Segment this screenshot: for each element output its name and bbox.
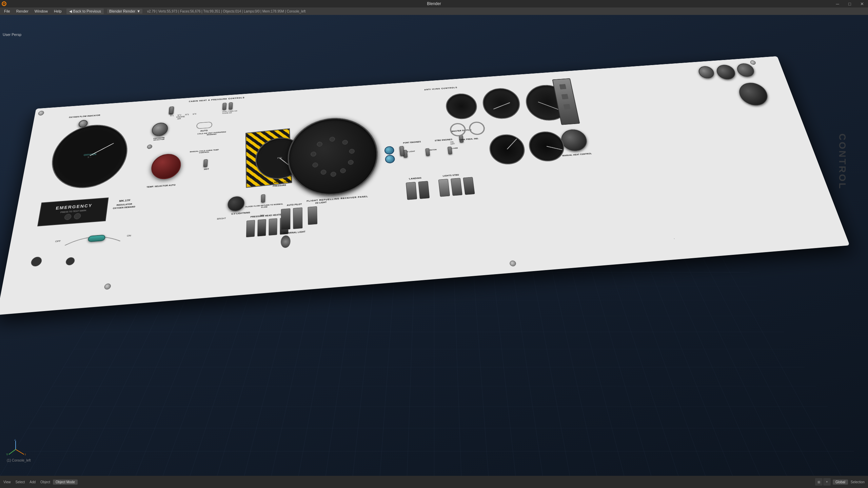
3d-viewport[interactable]: User Persp OXYGEN FLOW INDICATOR OXYGEN … [0,15,868,476]
snap-icon[interactable]: ⌖ [823,478,831,486]
hot-label: HOT [200,168,213,171]
help-menu[interactable]: Help [51,8,64,14]
off-label: OFF [55,240,61,243]
ext-light-knob [281,235,290,248]
press-test-label: PRESS TO TEST MARK [60,209,87,213]
port-starb-area: PORT CABIN AIR STARB AIR [222,102,237,114]
select-menu[interactable]: Select [14,480,27,485]
status-bar: View Select Add Object Object Mode ⊞ ⌖ G… [0,476,868,488]
gauge-far-1 [445,93,478,120]
tool-icons: ⊞ ⌖ Global Selection [815,478,867,486]
emergency-box: EMERGENCY PRESS TO TEST MARK [37,198,108,226]
axes-indicator: X Y Z [5,439,26,460]
render-engine-arrow: ▼ [137,9,140,13]
blue-knobs-area [383,144,411,168]
x-axis-label: X [25,453,26,456]
lever-knob-2 [561,94,569,99]
indicator-dot-1 [30,257,42,267]
ph-switch-2 [257,219,266,237]
svg-point-7 [340,168,346,173]
render-engine-selector[interactable]: Blender Render ▼ [107,9,142,14]
blue-knob-2 [385,155,395,163]
toggle-4 [169,106,174,114]
toggle-labels: N°1 N°2 ENGINE AIR N°3 N°4 [169,113,197,120]
lever-knob-1 [559,84,566,89]
window-menu[interactable]: Window [32,8,51,14]
window-controls: ─ □ ✕ [831,0,868,7]
on-label: ON [127,234,131,237]
y-axis-label: Y [6,453,8,456]
ph-switch-1 [246,220,255,237]
large-right-knob [736,82,771,106]
add-menu[interactable]: Add [27,480,38,485]
close-button[interactable]: ✕ [856,0,868,7]
manual-heat-label: MANUAL HEAT CONTROL [561,152,593,157]
title-bar: Blender ─ □ ✕ [0,0,868,7]
z-axis-label: Z [14,439,16,441]
id-switch [308,206,318,225]
right-gauge-2 [527,130,567,163]
emergency-btn-left [64,214,72,220]
back-to-previous-button[interactable]: ◀ Back to Previous [66,8,104,14]
bright-label: BRIGHT [217,217,226,220]
oxygen-flow-label: OXYGEN FLOW INDICATOR [68,114,100,118]
blender-logo [1,1,7,6]
port-toggle [222,103,226,110]
object-menu[interactable]: Object [38,480,52,485]
window-title: Blender [427,1,441,6]
external-light-label: EXTERNAL LIGHT [281,230,308,235]
menu-bar: File Render Window Help ◀ Back to Previo… [0,7,868,15]
main-dial [288,115,380,198]
svg-point-11 [311,152,316,157]
stats-display: v2.79 | Verts:55,973 | Faces:56,676 | Tr… [147,9,305,13]
svg-point-6 [348,160,354,165]
gauge-needle-1 [507,139,517,149]
svg-point-8 [331,172,336,177]
svg-line-14 [9,449,16,454]
render-menu[interactable]: Render [14,8,31,14]
console-label: (1) Console_left [7,459,31,462]
file-menu[interactable]: File [1,8,13,14]
global-mode[interactable]: Global [833,480,848,485]
flood-label: FLOOD FLOW RETURN TO NORMAL FLOW [244,203,284,210]
view-menu[interactable]: View [1,480,13,485]
screw-1 [147,144,152,149]
corner-screw-tl [38,110,44,116]
svg-point-3 [330,137,335,142]
off-on-switch-area: OFF ON [54,228,132,249]
temp-selector-label: TEMP. SELECTOR AUTO [146,184,176,188]
ap-switch-1 [281,208,290,230]
svg-point-9 [321,170,326,175]
back-label: Back to Previous [73,9,101,13]
pressure-selector-label: PRESSURE SELECTOR [147,137,170,141]
corner-screw-br [509,260,516,266]
uv-knob [228,196,245,212]
left-section: OXYGEN FLOW INDICATOR OXYGEN 5→ [20,108,151,284]
dial-pattern [300,126,367,186]
manual-cold-label: MANUAL COLD CABIN TEMP CONTROL [188,149,221,155]
top-knob-1 [697,66,716,79]
right-gauge-1 [488,133,527,166]
maximize-button[interactable]: □ [844,0,856,7]
auto-oval [196,122,213,129]
pressure-selector-knob [151,122,169,137]
hot-toggle [203,159,208,167]
selection-label[interactable]: Selection [849,480,867,485]
top-knob-2 [715,64,737,80]
minimize-button[interactable]: ─ [831,0,844,7]
svg-point-12 [317,142,322,146]
emergency-label: EMERGENCY [56,203,93,210]
id-light-section: I/D LIGHT [308,200,342,248]
indicator-dot-2 [65,257,75,265]
lever-knob-3 [564,104,571,109]
port-engines-label: PORT ENGINES [399,140,425,144]
gauge-far-2 [481,87,522,120]
cabin-heat-label: CABIN HEAT & PRESSURE CONTROLS [151,94,281,105]
anti-icing-label: ANTI ICING CONTROLS [395,84,486,93]
lever-area [552,78,587,130]
svg-point-2 [3,3,5,4]
far-right-section: ANTI ICING CONTROLS TANK [395,78,606,228]
viewport-label: User Persp [3,33,21,37]
transform-icon[interactable]: ⊞ [815,478,823,486]
mode-selector[interactable]: Object Mode [53,480,78,485]
